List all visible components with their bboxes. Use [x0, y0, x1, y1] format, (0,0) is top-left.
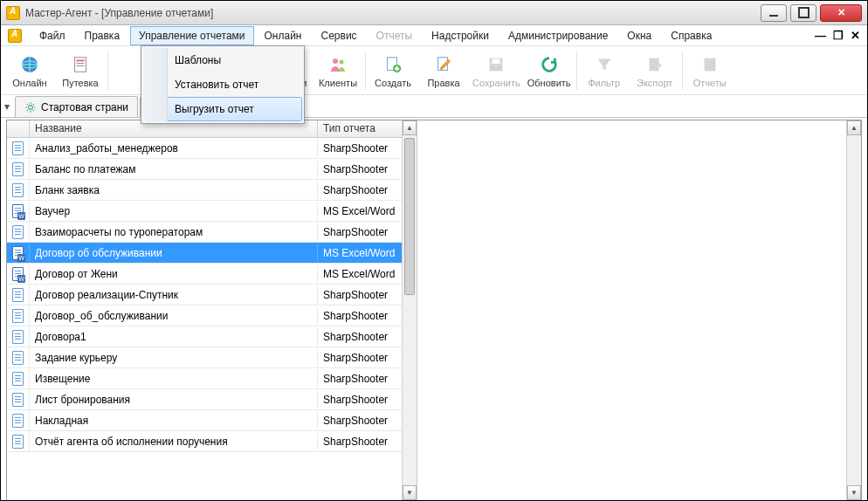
svg-rect-5 [76, 65, 84, 65]
table-row[interactable]: Договор_об_обслуживанииSharpShooter [7, 305, 417, 326]
scroll-thumb[interactable] [404, 138, 415, 295]
table-row[interactable]: Договор от ЖениMS Excel/Word [7, 264, 417, 285]
cell-name: Договор об обслуживании [30, 244, 318, 262]
cell-name: Договор реализации-Спутник [30, 286, 318, 304]
report-doc-icon [12, 162, 24, 176]
toolbar-клиенты[interactable]: Клиенты [313, 48, 363, 93]
table-row[interactable]: НакладнаяSharpShooter [7, 410, 417, 431]
report-doc-icon [12, 330, 24, 344]
report-doc-icon [12, 288, 24, 302]
tab-start-page[interactable]: Стартовая страни [15, 96, 138, 117]
menubar: ФайлПравкаУправление отчетамиОнлайнСерви… [1, 25, 867, 46]
report-doc-icon [12, 393, 24, 407]
report-doc-icon [12, 309, 24, 323]
cell-name: Договор_об_обслуживании [30, 307, 318, 325]
cell-name: Договор от Жени [30, 265, 318, 283]
table-row[interactable]: ВаучерMS Excel/Word [7, 201, 417, 222]
grid-scrollbar[interactable]: ▲ ▼ [402, 120, 417, 500]
table-row[interactable]: Договора1SharpShooter [7, 326, 417, 347]
svg-point-9 [340, 59, 344, 64]
export-icon [644, 53, 666, 76]
report-doc-icon [12, 141, 24, 155]
app-icon [6, 6, 20, 20]
menu-файл[interactable]: Файл [31, 26, 74, 45]
toolbar-путевка[interactable]: Путевка [55, 48, 106, 93]
tab-overflow-button[interactable]: ▾ [4, 100, 13, 113]
reports-management-menu: ШаблоныУстановить отчетВыгрузить отчет [141, 45, 305, 124]
toolbar-онлайн[interactable]: Онлайн [4, 48, 55, 93]
scroll-down-button[interactable]: ▼ [403, 485, 417, 500]
cell-name: Договора1 [30, 328, 318, 346]
menu-правка[interactable]: Правка [76, 26, 129, 45]
table-row[interactable]: Задание курьеруSharpShooter [7, 347, 417, 368]
column-icon[interactable] [7, 120, 30, 137]
refresh-icon [538, 53, 561, 76]
preview-scrollbar[interactable]: ▲ ▼ [846, 120, 861, 500]
gear-icon [24, 101, 37, 113]
svg-point-17 [29, 105, 33, 109]
report-icon [699, 53, 721, 76]
mdi-minimize-icon[interactable]: — [815, 29, 826, 42]
toolbar-экспорт: Экспорт [630, 48, 680, 93]
word-doc-icon [12, 246, 24, 260]
globe-icon [18, 53, 41, 76]
menu-окна[interactable]: Окна [618, 26, 660, 45]
table-row[interactable]: Взаиморасчеты по туроператорамSharpShoot… [7, 222, 417, 243]
table-row[interactable]: ИзвещениеSharpShooter [7, 368, 417, 389]
report-doc-icon [12, 414, 24, 428]
table-row[interactable]: Анализ_работы_менеджеровSharpShooter [7, 138, 417, 159]
scroll-up-button[interactable]: ▲ [847, 120, 861, 135]
table-row[interactable]: Лист бронированияSharpShooter [7, 389, 417, 410]
mdi-close-icon[interactable]: ✕ [851, 29, 860, 42]
cell-name: Задание курьеру [30, 349, 318, 367]
titlebar: Мастер-Агент - [Управление отчетами] [1, 1, 867, 25]
tab-strip: ▾ Стартовая страни тчетами ✕ [1, 95, 867, 118]
cell-name: Анализ_работы_менеджеров [30, 140, 318, 157]
svg-rect-2 [75, 57, 86, 72]
svg-rect-14 [493, 58, 500, 64]
doc-icon [69, 53, 92, 76]
scroll-up-button[interactable]: ▲ [403, 120, 417, 135]
close-button[interactable] [820, 4, 862, 22]
filter-icon [593, 53, 616, 76]
reports-grid: Название Тип отчета Анализ_работы_менедж… [7, 120, 417, 500]
table-row[interactable]: Бланк заявкаSharpShooter [7, 180, 417, 201]
maximize-button[interactable] [790, 4, 816, 22]
cell-name: Отчёт агента об исполнении поручения [30, 433, 318, 450]
svg-rect-3 [76, 59, 84, 61]
svg-rect-4 [76, 63, 84, 64]
table-row[interactable]: Договор реализации-СпутникSharpShooter [7, 285, 417, 305]
content-area: Название Тип отчета Анализ_работы_менедж… [6, 120, 862, 501]
toolbar-создать[interactable]: Создать [368, 48, 418, 93]
menu-надстройки[interactable]: Надстройки [423, 26, 498, 45]
menu-сервис[interactable]: Сервис [313, 26, 366, 45]
cell-name: Бланк заявка [30, 182, 318, 199]
cell-name: Накладная [30, 412, 318, 429]
menu-управление-отчетами[interactable]: Управление отчетами [130, 26, 253, 45]
minimize-button[interactable] [761, 4, 787, 22]
menu-отчеты[interactable]: Отчеты [368, 26, 421, 45]
toolbar-правка[interactable]: Правка [418, 48, 469, 93]
mdi-restore-icon[interactable]: ❐ [833, 29, 844, 42]
report-doc-icon [12, 351, 24, 365]
window-title: Мастер-Агент - [Управление отчетами] [25, 7, 761, 19]
report-doc-icon [12, 225, 24, 239]
mdi-controls: — ❐ ✕ [815, 29, 860, 42]
svg-rect-15 [649, 58, 658, 71]
toolbar-обновить[interactable]: Обновить [524, 48, 575, 93]
menu-онлайн[interactable]: Онлайн [256, 26, 311, 45]
svg-point-8 [333, 58, 338, 64]
table-row[interactable]: Баланс по платежамSharpShooter [7, 159, 417, 180]
cell-name: Лист бронирования [30, 391, 318, 408]
table-row[interactable]: Отчёт агента об исполнении порученияShar… [7, 431, 417, 452]
menu-справка[interactable]: Справка [662, 26, 720, 45]
toolbar-отчеты: Отчеты [685, 48, 735, 93]
toolbar-фильтр: Фильтр [579, 48, 630, 93]
report-doc-icon [12, 183, 24, 197]
menu-администрирование[interactable]: Администрирование [499, 26, 617, 45]
app-menu-icon[interactable] [8, 29, 22, 43]
scroll-down-button[interactable]: ▼ [847, 485, 861, 500]
table-row[interactable]: Договор об обслуживанииMS Excel/Word [7, 243, 417, 264]
newdoc-icon [382, 53, 404, 76]
save-icon [485, 53, 507, 76]
